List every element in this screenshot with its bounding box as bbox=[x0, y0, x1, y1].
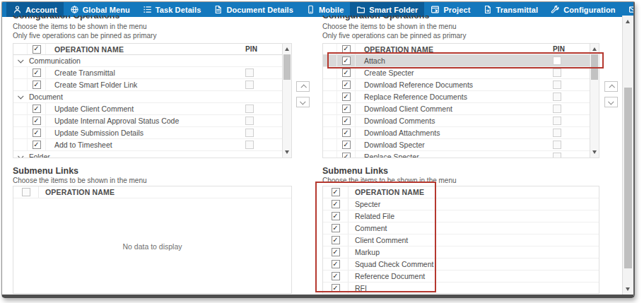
row-checkbox[interactable] bbox=[332, 260, 340, 268]
row-checkbox[interactable] bbox=[332, 200, 340, 208]
nav-item-document-details[interactable]: Document Details bbox=[207, 2, 300, 17]
scroll-down-icon[interactable] bbox=[592, 150, 597, 154]
scrollbar-thumb[interactable] bbox=[591, 54, 598, 80]
scrollbar-thumb[interactable] bbox=[624, 88, 632, 268]
pin-checkbox[interactable] bbox=[245, 129, 254, 137]
nav-item-account[interactable]: Account bbox=[6, 2, 64, 17]
nav-item-task-details[interactable]: Task Details bbox=[136, 2, 208, 17]
table-row[interactable]: Update Internal Approval Status Code bbox=[13, 115, 282, 127]
table-scrollbar[interactable] bbox=[282, 44, 291, 158]
scrollbar-thumb[interactable] bbox=[283, 54, 291, 80]
group-label: Document bbox=[29, 93, 63, 101]
pin-checkbox[interactable] bbox=[245, 117, 254, 125]
table-row[interactable]: Download Specter bbox=[323, 139, 590, 151]
select-all-checkbox[interactable] bbox=[33, 45, 41, 54]
table-row[interactable]: Replace Specter bbox=[323, 151, 590, 158]
row-checkbox[interactable] bbox=[33, 69, 41, 77]
table-row[interactable]: Download Reference Documents bbox=[323, 79, 590, 91]
scroll-down-icon[interactable] bbox=[626, 287, 630, 291]
nav-item-transmittal[interactable]: Transmittal bbox=[476, 2, 544, 17]
table-row[interactable]: Client Comment bbox=[323, 234, 599, 246]
table-row[interactable]: Update Client Comment bbox=[13, 103, 282, 115]
pin-checkbox[interactable] bbox=[553, 93, 561, 101]
envelope-icon bbox=[628, 5, 633, 14]
pin-checkbox[interactable] bbox=[553, 81, 561, 89]
select-all-checkbox[interactable] bbox=[22, 188, 30, 196]
pin-checkbox[interactable] bbox=[553, 105, 561, 113]
row-checkbox[interactable] bbox=[342, 153, 351, 158]
pin-checkbox[interactable] bbox=[553, 129, 561, 137]
pin-checkbox[interactable] bbox=[553, 153, 561, 158]
nav-item-correspondence[interactable]: Correspondence bbox=[622, 2, 633, 17]
operation-name: Squad Check Comment bbox=[349, 260, 599, 268]
row-checkbox[interactable] bbox=[332, 212, 340, 220]
table-row[interactable]: Specter bbox=[323, 198, 599, 210]
row-checkbox[interactable] bbox=[33, 117, 41, 125]
table-row[interactable]: Download Attachments bbox=[323, 127, 590, 139]
table-row[interactable]: Update Submission Details bbox=[13, 127, 282, 139]
table-row[interactable]: Squad Check Comment bbox=[323, 259, 599, 271]
table-row[interactable]: Attach bbox=[323, 55, 590, 67]
move-down-button[interactable] bbox=[296, 97, 310, 107]
group-row[interactable]: Communication bbox=[13, 55, 282, 67]
move-down-button[interactable] bbox=[604, 97, 618, 107]
row-checkbox[interactable] bbox=[33, 81, 41, 89]
scroll-up-icon[interactable] bbox=[592, 47, 597, 51]
row-checkbox[interactable] bbox=[342, 117, 351, 125]
row-checkbox[interactable] bbox=[342, 105, 351, 113]
move-up-button[interactable] bbox=[604, 81, 618, 92]
nav-item-global-menu[interactable]: Global Menu bbox=[64, 2, 136, 17]
scroll-up-icon[interactable] bbox=[285, 47, 289, 51]
pin-checkbox[interactable] bbox=[553, 117, 561, 125]
row-checkbox[interactable] bbox=[332, 236, 340, 244]
row-checkbox[interactable] bbox=[33, 141, 41, 149]
row-checkbox[interactable] bbox=[342, 81, 351, 89]
table-row[interactable]: Markup bbox=[323, 246, 599, 259]
row-checkbox[interactable] bbox=[33, 129, 41, 137]
table-row[interactable]: Comment bbox=[323, 222, 599, 234]
row-checkbox[interactable] bbox=[342, 141, 351, 149]
row-checkbox[interactable] bbox=[332, 272, 340, 280]
pin-checkbox[interactable] bbox=[553, 69, 561, 77]
pin-checkbox[interactable] bbox=[245, 81, 254, 89]
nav-item-smart-folder[interactable]: Smart Folder bbox=[350, 2, 424, 17]
table-scrollbar[interactable] bbox=[590, 44, 599, 158]
table-row[interactable]: Create Specter bbox=[323, 67, 590, 79]
nav-item-configuration[interactable]: Configuration bbox=[544, 2, 621, 17]
table-row[interactable]: Create Smart Folder Link bbox=[13, 79, 282, 91]
select-all-checkbox[interactable] bbox=[342, 45, 351, 54]
operation-name: Update Client Comment bbox=[46, 105, 240, 113]
pin-checkbox[interactable] bbox=[553, 141, 561, 149]
pin-checkbox[interactable] bbox=[245, 141, 254, 149]
pin-checkbox[interactable] bbox=[245, 105, 254, 113]
table-row[interactable]: Replace Reference Documents bbox=[323, 91, 590, 103]
group-row[interactable]: Document bbox=[13, 91, 282, 103]
nav-item-mobile[interactable]: Mobile bbox=[300, 2, 350, 17]
pin-checkbox[interactable] bbox=[245, 69, 254, 77]
move-up-button[interactable] bbox=[296, 81, 310, 92]
row-checkbox[interactable] bbox=[342, 129, 351, 137]
row-checkbox[interactable] bbox=[332, 248, 340, 256]
right-reorder-buttons bbox=[604, 81, 618, 107]
row-checkbox[interactable] bbox=[33, 105, 41, 113]
group-label: Communication bbox=[29, 57, 81, 65]
pin-checkbox[interactable] bbox=[553, 57, 561, 65]
table-row[interactable]: Download Client Comment bbox=[323, 103, 590, 115]
row-checkbox[interactable] bbox=[332, 284, 340, 292]
table-row[interactable]: Related File bbox=[323, 210, 599, 222]
group-row[interactable]: Folder bbox=[13, 151, 282, 158]
row-checkbox[interactable] bbox=[342, 93, 351, 101]
row-checkbox[interactable] bbox=[332, 224, 340, 232]
row-checkbox[interactable] bbox=[342, 57, 351, 65]
table-row[interactable]: RFI bbox=[323, 283, 599, 293]
table-row[interactable]: Create Transmittal bbox=[13, 67, 282, 79]
scroll-down-icon[interactable] bbox=[285, 150, 289, 154]
select-all-checkbox[interactable] bbox=[332, 188, 340, 196]
table-row[interactable]: Reference Document bbox=[323, 271, 599, 283]
table-row[interactable]: Download Comments bbox=[323, 115, 590, 127]
page-scrollbar[interactable] bbox=[622, 16, 633, 295]
scroll-up-icon[interactable] bbox=[626, 20, 630, 23]
table-row[interactable]: Add to Timesheet bbox=[13, 139, 282, 151]
nav-item-project[interactable]: Project bbox=[424, 2, 476, 17]
row-checkbox[interactable] bbox=[342, 69, 351, 77]
